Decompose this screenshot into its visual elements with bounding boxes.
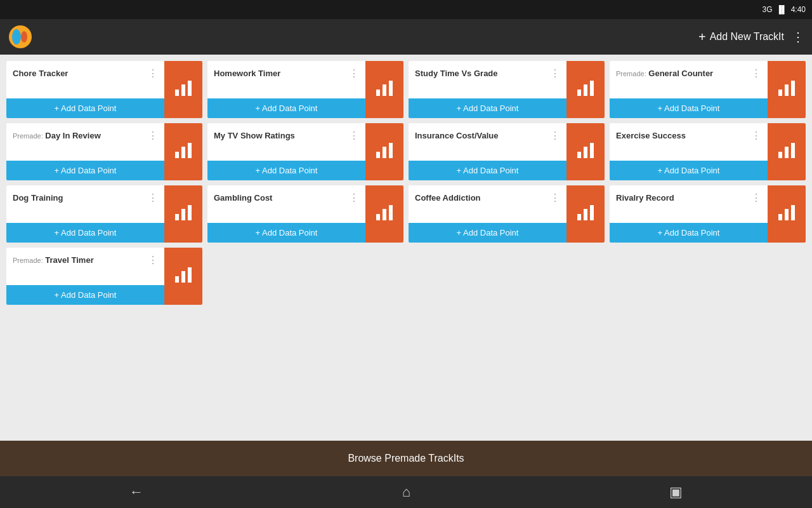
add-data-point-button[interactable]: + Add Data Point bbox=[6, 161, 164, 180]
card-icon-area bbox=[365, 123, 403, 180]
add-data-point-button[interactable]: + Add Data Point bbox=[6, 285, 164, 305]
bar-chart-icon bbox=[777, 203, 796, 226]
svg-rect-24 bbox=[778, 152, 782, 158]
svg-rect-5 bbox=[188, 81, 192, 96]
svg-rect-34 bbox=[584, 209, 587, 220]
card-title: Exercise Success bbox=[616, 131, 750, 140]
back-button[interactable]: ← bbox=[129, 484, 143, 500]
plus-icon: + bbox=[698, 30, 706, 44]
status-bar: 3G ▐▌ 4:40 bbox=[0, 0, 812, 19]
card-icon-area bbox=[768, 61, 806, 118]
card-title-row: Premade: General Counter ⋮ bbox=[610, 61, 768, 82]
card-left: Dog Training ⋮ + Add Data Point bbox=[6, 185, 164, 243]
card-menu-button[interactable]: ⋮ bbox=[750, 130, 763, 142]
card-menu-button[interactable]: ⋮ bbox=[750, 192, 763, 204]
card-left: Exercise Success ⋮ + Add Data Point bbox=[610, 123, 768, 180]
trackit-card: Homework Timer ⋮ + Add Data Point bbox=[207, 61, 403, 118]
card-menu-button[interactable]: ⋮ bbox=[147, 192, 159, 204]
time-display: 4:40 bbox=[791, 5, 806, 14]
card-left: Premade: General Counter ⋮ + Add Data Po… bbox=[610, 61, 768, 118]
card-icon-area bbox=[365, 185, 403, 243]
add-data-point-button[interactable]: + Add Data Point bbox=[409, 161, 566, 180]
card-menu-button[interactable]: ⋮ bbox=[348, 192, 360, 204]
bar-chart-icon bbox=[174, 78, 193, 102]
card-icon-area bbox=[164, 185, 202, 243]
add-data-point-button[interactable]: + Add Data Point bbox=[6, 223, 164, 243]
bar-chart-icon bbox=[375, 203, 394, 226]
add-new-trackit-button[interactable]: + Add New TrackIt bbox=[698, 30, 784, 44]
card-title: Insurance Cost/Value bbox=[415, 131, 549, 140]
add-data-point-button[interactable]: + Add Data Point bbox=[207, 161, 365, 180]
svg-rect-16 bbox=[181, 147, 185, 158]
card-title: Rivalry Record bbox=[616, 193, 750, 203]
svg-rect-38 bbox=[791, 205, 795, 220]
svg-rect-28 bbox=[181, 209, 185, 220]
svg-rect-8 bbox=[389, 81, 393, 96]
add-data-point-button[interactable]: + Add Data Point bbox=[207, 223, 365, 243]
svg-rect-22 bbox=[584, 147, 587, 158]
add-data-point-button[interactable]: + Add Data Point bbox=[409, 223, 566, 243]
svg-rect-36 bbox=[778, 214, 782, 220]
trackit-grid: Chore Tracker ⋮ + Add Data Point Homewor… bbox=[0, 55, 812, 441]
trackit-card: Premade: General Counter ⋮ + Add Data Po… bbox=[610, 61, 806, 118]
bar-chart-icon bbox=[777, 78, 796, 102]
trackit-card: Premade: Day In Review ⋮ + Add Data Poin… bbox=[6, 123, 202, 180]
svg-rect-6 bbox=[376, 90, 380, 96]
add-data-point-button[interactable]: + Add Data Point bbox=[610, 98, 768, 118]
card-title: Gambling Cost bbox=[214, 193, 348, 203]
svg-rect-31 bbox=[383, 209, 386, 220]
card-menu-button[interactable]: ⋮ bbox=[348, 67, 360, 79]
svg-rect-14 bbox=[791, 81, 795, 96]
svg-rect-12 bbox=[778, 90, 782, 96]
card-icon-area bbox=[566, 61, 605, 118]
card-menu-button[interactable]: ⋮ bbox=[147, 130, 159, 142]
add-data-point-button[interactable]: + Add Data Point bbox=[207, 98, 365, 118]
premade-label: Premade: bbox=[13, 132, 43, 140]
svg-rect-26 bbox=[791, 143, 795, 158]
bar-chart-icon bbox=[576, 203, 595, 226]
trackit-card: Chore Tracker ⋮ + Add Data Point bbox=[6, 61, 202, 118]
svg-rect-10 bbox=[584, 84, 587, 96]
card-menu-button[interactable]: ⋮ bbox=[147, 254, 159, 266]
add-data-point-button[interactable]: + Add Data Point bbox=[6, 98, 164, 118]
card-title-row: My TV Show Ratings ⋮ bbox=[207, 123, 365, 144]
trackit-card: Coffee Addiction ⋮ + Add Data Point bbox=[409, 185, 605, 243]
add-new-label: Add New TrackIt bbox=[710, 31, 784, 43]
svg-rect-9 bbox=[577, 90, 581, 96]
card-title-row: Premade: Travel Timer ⋮ bbox=[6, 248, 164, 269]
card-icon-area bbox=[566, 185, 605, 243]
svg-rect-40 bbox=[181, 271, 185, 283]
premade-label: Premade: bbox=[13, 257, 43, 264]
recent-apps-button[interactable]: ▣ bbox=[669, 484, 683, 500]
home-button[interactable]: ⌂ bbox=[402, 484, 410, 500]
card-left: My TV Show Ratings ⋮ + Add Data Point bbox=[207, 123, 365, 180]
svg-rect-33 bbox=[577, 214, 581, 220]
add-data-point-button[interactable]: + Add Data Point bbox=[610, 161, 768, 180]
toolbar: + Add New TrackIt ⋮ bbox=[0, 19, 812, 55]
card-menu-button[interactable]: ⋮ bbox=[549, 192, 561, 204]
card-title: Dog Training bbox=[13, 193, 147, 203]
svg-rect-39 bbox=[175, 276, 179, 283]
card-title: My TV Show Ratings bbox=[214, 131, 348, 140]
nav-bar: ← ⌂ ▣ bbox=[0, 476, 812, 508]
card-menu-button[interactable]: ⋮ bbox=[348, 130, 360, 142]
card-title-row: Premade: Day In Review ⋮ bbox=[6, 123, 164, 144]
card-menu-button[interactable]: ⋮ bbox=[147, 67, 159, 79]
trackit-card: Dog Training ⋮ + Add Data Point bbox=[6, 185, 202, 243]
card-menu-button[interactable]: ⋮ bbox=[549, 67, 561, 79]
svg-rect-27 bbox=[175, 214, 179, 220]
app-logo bbox=[8, 24, 33, 50]
browse-premade-bar[interactable]: Browse Premade TrackIts bbox=[0, 441, 812, 476]
svg-rect-7 bbox=[383, 84, 386, 96]
svg-rect-18 bbox=[376, 152, 380, 158]
add-data-point-button[interactable]: + Add Data Point bbox=[610, 223, 768, 243]
card-title-row: Homework Timer ⋮ bbox=[207, 61, 365, 82]
card-menu-button[interactable]: ⋮ bbox=[750, 67, 763, 79]
svg-rect-11 bbox=[590, 81, 594, 96]
card-title-row: Rivalry Record ⋮ bbox=[610, 185, 768, 206]
add-data-point-button[interactable]: + Add Data Point bbox=[409, 98, 566, 118]
svg-rect-32 bbox=[389, 205, 393, 220]
card-menu-button[interactable]: ⋮ bbox=[549, 130, 561, 142]
overflow-menu-button[interactable]: ⋮ bbox=[792, 29, 804, 44]
svg-rect-25 bbox=[785, 147, 789, 158]
